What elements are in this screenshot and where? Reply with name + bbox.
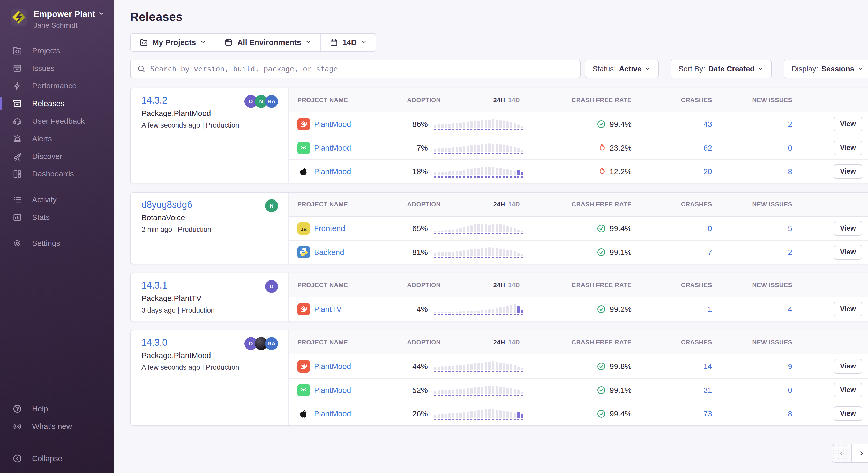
project-link[interactable]: PlantMood xyxy=(314,120,351,128)
view-button[interactable]: View xyxy=(834,164,862,179)
sidebar-item-performance[interactable]: Performance xyxy=(0,77,114,95)
new-issues-link[interactable]: 4 xyxy=(788,305,792,313)
column-header-24h[interactable]: 24H xyxy=(494,339,505,346)
column-header-14d[interactable]: 14D xyxy=(508,201,520,208)
crashes-link[interactable]: 62 xyxy=(704,144,712,152)
adoption-sparkline xyxy=(434,166,523,178)
sidebar-item-dashboards[interactable]: Dashboards xyxy=(0,165,114,183)
adoption-sparkline xyxy=(434,246,523,258)
sidebar-footer: Help What's new Collapse xyxy=(0,400,114,473)
crash-free-value: 99.1% xyxy=(610,248,631,257)
project-link[interactable]: PlantMood xyxy=(314,167,351,176)
column-header-project: PROJECT NAME xyxy=(289,201,407,208)
date-range-filter[interactable]: 14D xyxy=(320,34,376,51)
filter-bar: My Projects All Environments 14D xyxy=(130,33,376,52)
column-header-crash-free: CRASH FREE RATE xyxy=(524,201,636,208)
column-header-24h[interactable]: 24H xyxy=(494,96,505,104)
sidebar-item-activity[interactable]: Activity xyxy=(0,191,114,209)
new-issues-link[interactable]: 0 xyxy=(788,144,792,152)
project-link[interactable]: Backend xyxy=(314,248,344,257)
crashes-link[interactable]: 31 xyxy=(704,386,712,394)
crashes-link[interactable]: 7 xyxy=(708,248,712,257)
environment-filter[interactable]: All Environments xyxy=(215,34,320,51)
sidebar-item-settings[interactable]: Settings xyxy=(0,234,114,252)
new-issues-link[interactable]: 8 xyxy=(788,167,792,176)
release-version-link[interactable]: 14.3.0 xyxy=(142,337,167,348)
column-header-24h[interactable]: 24H xyxy=(494,282,505,289)
release-avatars: N xyxy=(265,199,278,212)
project-link[interactable]: PlantMood xyxy=(314,144,351,152)
user-feedback-icon xyxy=(12,116,22,126)
view-button[interactable]: View xyxy=(834,406,862,421)
project-link[interactable]: PlantTV xyxy=(314,305,342,314)
release-version-link[interactable]: d8yug8sdg6 xyxy=(142,199,192,210)
new-issues-link[interactable]: 9 xyxy=(788,362,792,371)
column-header-crashes: CRASHES xyxy=(636,201,717,208)
sidebar-item-user-feedback[interactable]: User Feedback xyxy=(0,112,114,130)
sidebar-item-discover[interactable]: Discover xyxy=(0,147,114,165)
new-issues-link[interactable]: 0 xyxy=(788,386,792,394)
adoption-value: 7% xyxy=(407,144,428,152)
sort-by-dropdown[interactable]: Sort By:Date Created xyxy=(671,60,772,78)
search-input[interactable] xyxy=(150,65,574,73)
release-version-link[interactable]: 14.3.2 xyxy=(142,95,167,106)
status-dropdown[interactable]: Status:Active xyxy=(585,60,658,78)
view-button[interactable]: View xyxy=(834,302,862,317)
column-header-adoption: ADOPTION xyxy=(407,201,441,208)
view-button[interactable]: View xyxy=(834,141,862,155)
column-header-14d[interactable]: 14D xyxy=(508,282,520,289)
column-header-24h[interactable]: 24H xyxy=(494,201,505,208)
column-header-14d[interactable]: 14D xyxy=(508,339,520,346)
new-issues-link[interactable]: 2 xyxy=(788,248,792,257)
column-header-crash-free: CRASH FREE RATE xyxy=(524,339,636,346)
column-header-crashes: CRASHES xyxy=(636,282,717,289)
crashes-link[interactable]: 20 xyxy=(704,167,712,176)
sidebar-nav: Projects Issues Performance Releases Use… xyxy=(0,42,114,252)
table-row: PlantMood 52% 99.1% 31 0 View xyxy=(289,378,868,402)
view-button[interactable]: View xyxy=(834,245,862,260)
column-header-14d[interactable]: 14D xyxy=(508,96,520,104)
view-button[interactable]: View xyxy=(834,221,862,236)
view-button[interactable]: View xyxy=(834,359,862,374)
crashes-link[interactable]: 14 xyxy=(704,362,712,371)
prev-page-button[interactable] xyxy=(832,444,851,462)
adoption-value: 52% xyxy=(407,386,428,394)
view-button[interactable]: View xyxy=(834,383,862,397)
date-range-filter-label: 14D xyxy=(342,38,356,47)
chevron-down-icon xyxy=(361,38,367,47)
org-switcher[interactable]: Empower Plant Jane Schmidt xyxy=(0,9,114,29)
sidebar-item-projects[interactable]: Projects xyxy=(0,42,114,60)
release-package: Package.PlantMood xyxy=(142,109,278,118)
crash-free-value: 99.8% xyxy=(610,362,631,371)
sidebar-item-whats-new[interactable]: What's new xyxy=(0,418,114,435)
table-row: PlantMood 26% 99.4% 73 8 View xyxy=(289,402,868,425)
sidebar-item-label: Collapse xyxy=(32,454,62,463)
column-header-crashes: CRASHES xyxy=(636,96,717,104)
project-link[interactable]: Frontend xyxy=(314,224,345,233)
android-icon xyxy=(298,142,310,154)
project-link[interactable]: PlantMood xyxy=(314,362,351,371)
sidebar-item-stats[interactable]: Stats xyxy=(0,209,114,226)
display-dropdown[interactable]: Display:Sessions xyxy=(784,60,868,78)
project-link[interactable]: PlantMood xyxy=(314,386,351,394)
release-version-link[interactable]: 14.3.1 xyxy=(142,280,167,291)
next-page-button[interactable] xyxy=(851,444,868,462)
project-link[interactable]: PlantMood xyxy=(314,409,351,418)
crashes-link[interactable]: 0 xyxy=(708,224,712,233)
new-issues-link[interactable]: 2 xyxy=(788,120,792,128)
crashes-link[interactable]: 43 xyxy=(704,120,712,128)
release-table: PROJECT NAME ADOPTION 24H14D CRASH FREE … xyxy=(289,273,868,321)
sidebar-item-help[interactable]: Help xyxy=(0,400,114,418)
new-issues-link[interactable]: 5 xyxy=(788,224,792,233)
sidebar-item-issues[interactable]: Issues xyxy=(0,60,114,77)
view-button[interactable]: View xyxy=(834,117,862,131)
sidebar-item-collapse[interactable]: Collapse xyxy=(0,450,114,467)
sidebar-item-releases[interactable]: Releases xyxy=(0,95,114,112)
crash-free-value: 12.2% xyxy=(610,167,631,176)
new-issues-link[interactable]: 8 xyxy=(788,409,792,418)
project-filter[interactable]: My Projects xyxy=(131,34,215,51)
crashes-link[interactable]: 73 xyxy=(704,409,712,418)
releases-icon xyxy=(12,98,22,109)
sidebar-item-alerts[interactable]: Alerts xyxy=(0,130,114,147)
crashes-link[interactable]: 1 xyxy=(708,305,712,313)
